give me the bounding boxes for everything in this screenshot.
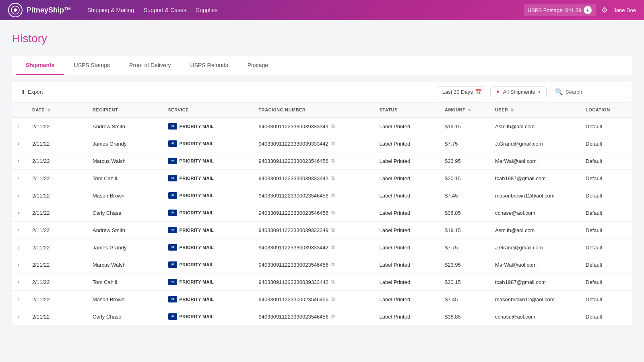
row-recipient: Andrew Smith: [89, 117, 164, 135]
row-expand-cell: ›: [12, 152, 28, 170]
usps-logo-icon: ✉: [168, 158, 177, 164]
service-label: PRIORITY MAIL: [180, 158, 214, 163]
calendar-icon: 📅: [475, 89, 482, 95]
row-location: Default: [582, 170, 632, 187]
row-tracking: 940330911223330039333442 ⧉: [255, 170, 376, 187]
copy-tracking-icon[interactable]: ⧉: [331, 123, 334, 130]
row-expand-button[interactable]: ›: [16, 123, 21, 130]
row-location: Default: [582, 187, 632, 204]
copy-tracking-icon[interactable]: ⧉: [331, 244, 334, 251]
row-date: 2/11/22: [28, 204, 89, 222]
tabs-bar: Shipments USPS Stamps Proof of Delivery …: [12, 56, 632, 75]
row-expand-button[interactable]: ›: [16, 140, 21, 147]
service-label: PRIORITY MAIL: [180, 297, 214, 302]
service-label: PRIORITY MAIL: [180, 141, 214, 146]
export-button[interactable]: ⬆ Export: [18, 87, 46, 97]
row-user: tcah1987@gmail.com: [491, 170, 582, 187]
col-service-header: Service: [164, 103, 255, 117]
user-name[interactable]: Jane Doe: [613, 7, 636, 13]
service-label: PRIORITY MAIL: [180, 280, 214, 284]
copy-tracking-icon[interactable]: ⧉: [331, 313, 334, 320]
search-input[interactable]: [566, 89, 622, 95]
tab-usps-stamps[interactable]: USPS Stamps: [64, 56, 120, 75]
row-expand-button[interactable]: ›: [16, 209, 21, 216]
row-status: Label Printed: [376, 308, 441, 325]
search-box[interactable]: 🔍: [551, 86, 626, 98]
add-postage-button[interactable]: +: [584, 6, 592, 14]
row-status: Label Printed: [376, 222, 441, 239]
date-filter-button[interactable]: Last 30 Days 📅: [438, 86, 486, 97]
copy-tracking-icon[interactable]: ⧉: [331, 279, 334, 285]
row-expand-cell: ›: [12, 135, 28, 152]
nav-right: USPS Postage: $41.39 + ⚙ Jane Doe: [524, 4, 636, 16]
row-amount: $36.85: [441, 204, 491, 222]
copy-tracking-icon[interactable]: ⧉: [331, 261, 334, 268]
row-expand-button[interactable]: ›: [16, 244, 21, 251]
row-location: Default: [582, 152, 632, 170]
row-service: ✉ PRIORITY MAIL: [164, 239, 255, 256]
search-icon: 🔍: [555, 88, 563, 96]
table-row: › 2/11/22 Andrew Smith ✉ PRIORITY MAIL 9…: [12, 117, 632, 135]
copy-tracking-icon[interactable]: ⧉: [331, 227, 334, 233]
row-date: 2/11/22: [28, 117, 89, 135]
amount-sort-icon: ⇅: [468, 108, 471, 112]
filter-icon: ▼: [495, 89, 501, 95]
tab-shipments[interactable]: Shipments: [16, 56, 64, 75]
status-badge: Label Printed: [380, 141, 411, 147]
col-amount-header[interactable]: Amount ⇅: [441, 103, 491, 117]
row-expand-button[interactable]: ›: [16, 261, 21, 268]
status-badge: Label Printed: [380, 314, 411, 320]
row-recipient: Mason Brown: [89, 187, 164, 204]
row-status: Label Printed: [376, 239, 441, 256]
all-shipments-filter-button[interactable]: ▼ All Shipments ▼: [490, 86, 547, 97]
row-expand-cell: ›: [12, 170, 28, 187]
row-amount: $20.15: [441, 274, 491, 291]
toolbar: ⬆ Export Last 30 Days 📅 ▼ All Shipments …: [12, 82, 632, 103]
export-icon: ⬆: [21, 89, 25, 95]
tracking-number: 940330911223300023546456: [259, 193, 329, 199]
col-date-header[interactable]: Date ⇅: [28, 103, 89, 117]
row-status: Label Printed: [376, 187, 441, 204]
row-recipient: James Grandy: [89, 239, 164, 256]
row-amount: $23.95: [441, 256, 491, 274]
tab-usps-refunds[interactable]: USPS Refunds: [181, 56, 238, 75]
row-expand-button[interactable]: ›: [16, 226, 21, 234]
settings-icon[interactable]: ⚙: [601, 6, 608, 14]
col-user-header[interactable]: User ⇅: [491, 103, 582, 117]
row-user: MarWal@aol.com: [491, 152, 582, 170]
row-expand-button[interactable]: ›: [16, 175, 21, 182]
col-expand-header: [12, 103, 28, 117]
row-date: 2/11/22: [28, 170, 89, 187]
row-location: Default: [582, 291, 632, 308]
nav-support-cases[interactable]: Support & Cases: [144, 7, 186, 13]
postage-badge: USPS Postage: $41.39 +: [524, 4, 596, 16]
app-logo[interactable]: PitneyShip™: [8, 3, 71, 17]
copy-tracking-icon[interactable]: ⧉: [331, 192, 334, 199]
row-expand-button[interactable]: ›: [16, 192, 21, 199]
row-tracking: 940330911223330023546456 ⧉: [255, 256, 376, 274]
tab-proof-of-delivery[interactable]: Proof of Delivery: [120, 56, 180, 75]
row-expand-button[interactable]: ›: [16, 278, 21, 286]
user-sort-icon: ⇅: [510, 108, 514, 112]
copy-tracking-icon[interactable]: ⧉: [331, 175, 334, 181]
nav-shipping-mailing[interactable]: Shipping & Mailing: [87, 7, 134, 13]
service-label: PRIORITY MAIL: [180, 314, 214, 319]
copy-tracking-icon[interactable]: ⧉: [331, 296, 334, 302]
row-user: Asmith@aol.com: [491, 117, 582, 135]
row-service: ✉ PRIORITY MAIL: [164, 274, 255, 291]
tab-postage[interactable]: Postage: [238, 56, 278, 75]
row-expand-button[interactable]: ›: [16, 313, 21, 320]
row-expand-button[interactable]: ›: [16, 157, 21, 165]
row-recipient: James Grandy: [89, 135, 164, 152]
row-tracking: 940330911223330039333442 ⧉: [255, 239, 376, 256]
nav-supplies[interactable]: Supplies: [196, 7, 218, 13]
row-service: ✉ PRIORITY MAIL: [164, 222, 255, 239]
row-expand-button[interactable]: ›: [16, 296, 21, 303]
copy-tracking-icon[interactable]: ⧉: [331, 158, 334, 164]
copy-tracking-icon[interactable]: ⧉: [331, 210, 334, 216]
status-badge: Label Printed: [380, 262, 411, 268]
row-status: Label Printed: [376, 152, 441, 170]
row-status: Label Printed: [376, 117, 441, 135]
copy-tracking-icon[interactable]: ⧉: [331, 140, 334, 147]
usps-logo-icon: ✉: [168, 313, 177, 320]
